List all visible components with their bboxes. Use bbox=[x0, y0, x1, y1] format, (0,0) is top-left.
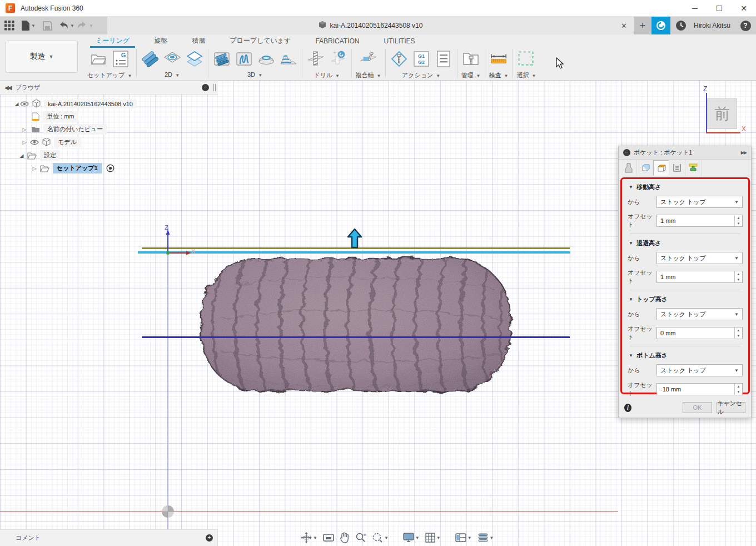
tree-label-document[interactable]: kai-A.20140205162443508 v10 bbox=[44, 100, 137, 108]
tree-label-setups[interactable]: 設定 bbox=[40, 150, 60, 161]
group-label-multiaxis[interactable]: 複合軸 ▼ bbox=[356, 71, 381, 80]
comments-bar[interactable]: コメント + bbox=[0, 529, 218, 546]
workspace-selector[interactable]: 製造▼ bbox=[6, 41, 78, 73]
help-icon[interactable]: ? bbox=[737, 17, 754, 34]
expand-closed-icon[interactable]: ▷ bbox=[31, 166, 38, 171]
document-close-icon[interactable]: ✕ bbox=[621, 17, 627, 34]
expand-closed-icon[interactable]: ▷ bbox=[21, 127, 28, 132]
tab-geometry[interactable] bbox=[637, 160, 653, 176]
group-label-2d[interactable]: 2D ▼ bbox=[165, 71, 180, 78]
section-collapse-icon[interactable]: ▼ bbox=[629, 353, 633, 358]
close-button[interactable]: ✕ bbox=[732, 0, 756, 16]
3d-steps-icon[interactable] bbox=[279, 49, 298, 69]
group-label-select[interactable]: 選択 ▼ bbox=[516, 71, 536, 80]
simulate-icon[interactable] bbox=[390, 49, 409, 69]
ok-button[interactable]: OK bbox=[683, 402, 712, 413]
browser-minimize-icon[interactable]: − bbox=[202, 84, 209, 91]
tree-label-named-views[interactable]: 名前の付いたビュー bbox=[43, 124, 107, 135]
cancel-button[interactable]: キャンセル bbox=[717, 402, 745, 413]
bottom-from-select[interactable]: ストック トップ▼ bbox=[656, 364, 743, 376]
active-setup-radio-icon[interactable] bbox=[106, 164, 115, 172]
tree-label-units[interactable]: 単位 : mm bbox=[43, 111, 78, 122]
retract-offset-input[interactable]: 1 mm ▲▼ bbox=[656, 271, 743, 283]
new-setup-icon[interactable] bbox=[89, 49, 108, 69]
group-label-drill[interactable]: ドリル ▼ bbox=[314, 71, 340, 80]
spinner-arrows[interactable]: ▲▼ bbox=[734, 327, 742, 339]
file-menu-icon[interactable]: ▼ bbox=[19, 17, 38, 34]
group-label-manage[interactable]: 管理 ▼ bbox=[461, 71, 481, 80]
viewports-icon[interactable]: ▼ bbox=[454, 532, 474, 544]
multiaxis-icon[interactable] bbox=[359, 49, 378, 69]
3d-contour-icon[interactable] bbox=[257, 49, 276, 69]
tree-row-setup1[interactable]: ▷ セットアップ1 bbox=[31, 162, 118, 174]
2d-pocket-icon[interactable] bbox=[163, 49, 182, 69]
info-icon[interactable]: i bbox=[624, 404, 631, 412]
visibility-eye-icon[interactable] bbox=[30, 139, 39, 146]
gcode-document-icon[interactable]: G bbox=[111, 49, 130, 69]
tab-linking[interactable] bbox=[685, 160, 702, 176]
dialog-header[interactable]: − ポケット : ポケット1 ▶▶ bbox=[619, 146, 751, 160]
zoom-icon[interactable]: ± bbox=[354, 531, 368, 544]
2d-face-icon[interactable] bbox=[185, 49, 204, 69]
layout-steps-icon[interactable]: ▼ bbox=[476, 532, 496, 543]
spinner-arrows[interactable]: ▲▼ bbox=[734, 271, 742, 282]
tree-row-document[interactable]: ◢ kai-A.20140205162443508 v10 bbox=[13, 98, 137, 110]
grid-snaps-icon[interactable]: ▼ bbox=[424, 532, 442, 544]
group-label-3d[interactable]: 3D ▼ bbox=[247, 71, 262, 78]
viewport-canvas[interactable]: Z bbox=[0, 81, 756, 546]
post-process-icon[interactable]: G1G2 bbox=[412, 49, 431, 69]
3d-pocket-icon[interactable] bbox=[235, 49, 253, 69]
tab-milling[interactable]: ミーリング bbox=[83, 34, 142, 47]
measure-icon[interactable] bbox=[489, 49, 508, 69]
tree-row-units[interactable]: 単位 : mm bbox=[32, 111, 78, 122]
browser-resize-grip[interactable] bbox=[213, 84, 216, 91]
3d-adaptive-icon[interactable] bbox=[212, 49, 231, 69]
job-status-button[interactable] bbox=[651, 17, 670, 34]
expand-open-icon[interactable]: ◢ bbox=[13, 101, 20, 107]
app-grid-icon[interactable] bbox=[0, 17, 19, 34]
new-tab-button[interactable]: + bbox=[634, 17, 651, 34]
spinner-arrows[interactable]: ▲▼ bbox=[734, 384, 742, 395]
minimize-button[interactable]: ─ bbox=[683, 0, 707, 16]
dialog-minimize-icon[interactable]: − bbox=[623, 149, 630, 156]
group-label-setup[interactable]: セットアップ ▼ bbox=[87, 71, 132, 80]
display-settings-icon[interactable]: ▼ bbox=[401, 532, 421, 544]
clearance-offset-input[interactable]: 1 mm ▲▼ bbox=[656, 215, 743, 227]
look-at-icon[interactable] bbox=[321, 532, 336, 544]
model-mesh[interactable] bbox=[193, 252, 518, 398]
tree-row-named-views[interactable]: ▷ 名前の付いたビュー bbox=[21, 123, 107, 135]
group-label-action[interactable]: アクション ▼ bbox=[402, 71, 440, 80]
tab-additive[interactable]: 積層 bbox=[180, 34, 217, 47]
setup-sheet-icon[interactable] bbox=[434, 49, 453, 69]
tree-row-setups[interactable]: ◢ 設定 bbox=[18, 150, 60, 161]
tree-label-setup1[interactable]: セットアップ1 bbox=[53, 163, 102, 173]
tree-label-model[interactable]: モデル bbox=[54, 137, 81, 147]
group-label-inspect[interactable]: 検査 ▼ bbox=[489, 71, 509, 80]
redo-icon[interactable]: ▼ bbox=[76, 17, 94, 34]
tab-fabrication[interactable]: FABRICATION bbox=[303, 34, 371, 47]
expand-closed-icon[interactable]: ▷ bbox=[21, 140, 28, 145]
selection-box-icon[interactable] bbox=[517, 49, 536, 69]
tab-utilities[interactable]: UTILITIES bbox=[372, 34, 427, 47]
viewcube[interactable]: 前 bbox=[707, 98, 737, 129]
browser-collapse-icon[interactable]: ◀◀ bbox=[4, 85, 11, 91]
clearance-from-select[interactable]: ストック トップ▼ bbox=[656, 196, 743, 208]
spinner-arrows[interactable]: ▲▼ bbox=[734, 215, 742, 226]
comments-expand-icon[interactable]: + bbox=[206, 534, 213, 542]
tree-row-model[interactable]: ▷ モデル bbox=[21, 136, 81, 148]
section-collapse-icon[interactable]: ▼ bbox=[629, 185, 633, 190]
retract-from-select[interactable]: ストック トップ▼ bbox=[656, 252, 743, 264]
tab-passes[interactable] bbox=[669, 160, 685, 176]
document-tab[interactable]: kai-A.20140205162443508 v10 ✕ bbox=[107, 17, 634, 34]
visibility-eye-icon[interactable] bbox=[20, 101, 29, 107]
2d-adaptive-icon[interactable] bbox=[141, 49, 160, 69]
drill-secondary-icon[interactable]: + bbox=[329, 49, 347, 69]
user-name[interactable]: Hiroki Akitsu bbox=[694, 17, 730, 34]
maximize-button[interactable]: ☐ bbox=[707, 0, 732, 16]
save-icon[interactable] bbox=[38, 17, 57, 34]
zoom-window-icon[interactable]: ▼ bbox=[370, 531, 390, 544]
dialog-expand-icon[interactable]: ▶▶ bbox=[741, 150, 747, 155]
top-from-select[interactable]: ストック トップ▼ bbox=[656, 308, 743, 320]
section-collapse-icon[interactable]: ▼ bbox=[629, 297, 633, 302]
orbit-icon[interactable]: ▼ bbox=[299, 531, 319, 544]
